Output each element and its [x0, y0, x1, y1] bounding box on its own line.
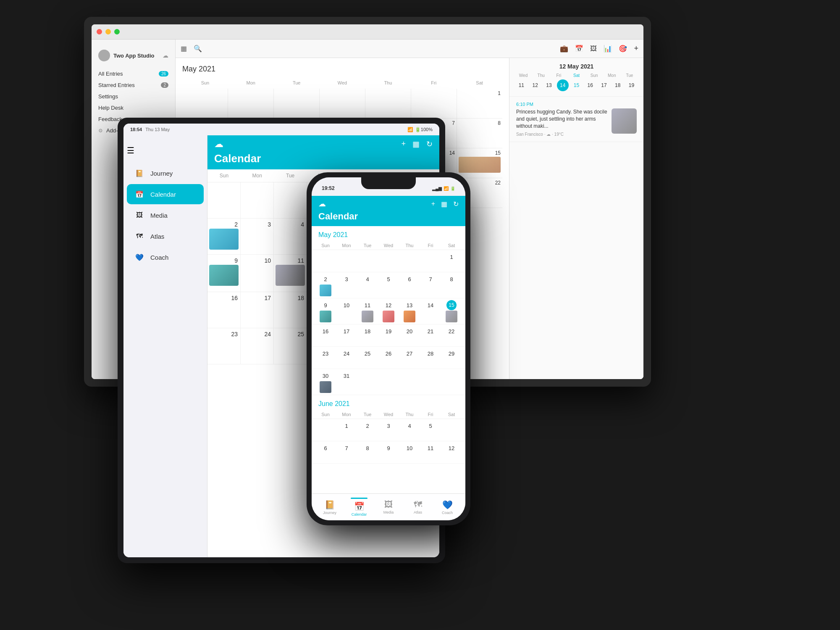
sidebar-item-helpdesk[interactable]: Help Desk: [92, 102, 175, 113]
ipad-cal-cell-16[interactable]: 16: [207, 292, 241, 328]
ipad-cal-cell-3[interactable]: 3: [241, 219, 274, 254]
tab-journey[interactable]: 📔 Journey: [315, 500, 344, 515]
iphone-cell[interactable]: [378, 250, 399, 272]
iphone-cell-empty[interactable]: [357, 369, 378, 395]
iphone-june-cell-11[interactable]: 11: [420, 441, 441, 463]
tab-atlas[interactable]: 🗺 Atlas: [403, 500, 433, 514]
iphone-june-cell-8[interactable]: 8: [357, 441, 378, 463]
iphone-cell[interactable]: [357, 250, 378, 272]
iphone-june-cell-12[interactable]: 12: [441, 441, 462, 463]
cal-cell-1[interactable]: 1: [457, 89, 502, 118]
cal-cell-15[interactable]: 15: [457, 148, 502, 178]
iphone-june-cell-1[interactable]: 1: [336, 419, 357, 441]
cal-cell[interactable]: [228, 89, 274, 118]
ipad-cal-cell-17[interactable]: 17: [241, 292, 274, 328]
iphone-grid-icon[interactable]: ▦: [441, 200, 447, 208]
iphone-june-cell-5[interactable]: 5: [420, 419, 441, 441]
ipad-sidebar-item-atlas[interactable]: 🗺 Atlas: [127, 226, 204, 246]
iphone-june-cell-empty[interactable]: [441, 419, 462, 441]
iphone-cell[interactable]: [420, 250, 441, 272]
grid-icon[interactable]: ▦: [412, 140, 420, 149]
ipad-cal-cell-4[interactable]: 4: [274, 219, 307, 254]
sidebar-item-starred[interactable]: Starred Entries 2: [92, 79, 175, 91]
ipad-cal-cell-25[interactable]: 25: [274, 328, 307, 364]
iphone-june-cell-3[interactable]: 3: [378, 419, 399, 441]
ipad-sidebar-item-media[interactable]: 🖼 Media: [127, 205, 204, 225]
fullscreen-button[interactable]: [114, 29, 120, 34]
iphone-cell-empty[interactable]: [378, 369, 399, 395]
ipad-cal-cell[interactable]: [207, 182, 241, 218]
chart-icon[interactable]: 📊: [604, 45, 612, 53]
ipad-cal-cell-10[interactable]: 10: [241, 255, 274, 292]
iphone-cell-6[interactable]: 6: [399, 272, 420, 298]
calendar-icon[interactable]: 📅: [575, 45, 583, 53]
iphone-cell-3[interactable]: 3: [336, 272, 357, 298]
iphone-cell-28[interactable]: 28: [420, 347, 441, 369]
iphone-cell-9[interactable]: 9: [315, 298, 336, 324]
cal-cell[interactable]: [182, 89, 228, 118]
cal-cell[interactable]: [320, 89, 365, 118]
iphone-cell-20[interactable]: 20: [399, 324, 420, 346]
mini-date[interactable]: 19: [626, 79, 638, 91]
iphone-cell-empty[interactable]: [441, 369, 462, 395]
cal-cell-8[interactable]: 8: [457, 119, 502, 148]
iphone-cell-24[interactable]: 24: [336, 347, 357, 369]
iphone-cell-27[interactable]: 27: [399, 347, 420, 369]
iphone-cell-22[interactable]: 22: [441, 324, 462, 346]
mini-date[interactable]: 16: [584, 79, 596, 91]
ipad-cal-cell-18[interactable]: 18: [274, 292, 307, 328]
iphone-june-cell-9[interactable]: 9: [378, 441, 399, 463]
iphone-cell-25[interactable]: 25: [357, 347, 378, 369]
cal-cell[interactable]: [411, 89, 457, 118]
ipad-cal-cell-2[interactable]: 2: [207, 219, 241, 254]
sidebar-item-all-entries[interactable]: All Entries 26: [92, 68, 175, 79]
sidebar-menu-icon[interactable]: ☰: [127, 145, 134, 156]
iphone-cell-5[interactable]: 5: [378, 272, 399, 298]
media-icon[interactable]: 🖼: [590, 45, 597, 53]
target-icon[interactable]: 🎯: [619, 45, 627, 53]
iphone-sync-icon[interactable]: ↻: [453, 200, 459, 208]
cal-cell[interactable]: [274, 89, 320, 118]
iphone-cell-15[interactable]: 15: [441, 298, 462, 324]
iphone-cell-29[interactable]: 29: [441, 347, 462, 369]
mini-date[interactable]: 13: [543, 79, 555, 91]
tab-coach[interactable]: 💙 Coach: [433, 500, 462, 515]
iphone-cell-16[interactable]: 16: [315, 324, 336, 346]
cal-cell[interactable]: [365, 89, 411, 118]
iphone-cell-empty[interactable]: [399, 369, 420, 395]
ipad-cal-cell[interactable]: [274, 182, 307, 218]
sidebar-item-settings[interactable]: Settings: [92, 91, 175, 102]
ipad-cal-cell[interactable]: [241, 182, 274, 218]
iphone-june-cell-6[interactable]: 6: [315, 441, 336, 463]
iphone-cell-7[interactable]: 7: [420, 272, 441, 298]
mini-date[interactable]: 18: [612, 79, 624, 91]
mini-date[interactable]: 17: [598, 79, 610, 91]
mini-date[interactable]: 15: [570, 79, 582, 91]
mini-date[interactable]: 12: [529, 79, 541, 91]
iphone-june-cell-2[interactable]: 2: [357, 419, 378, 441]
search-icon[interactable]: 🔍: [194, 45, 202, 53]
ipad-cal-cell-11[interactable]: 11: [274, 255, 307, 292]
iphone-cell-13[interactable]: 13: [399, 298, 420, 324]
iphone-cell-19[interactable]: 19: [378, 324, 399, 346]
iphone-cell-1[interactable]: 1: [441, 250, 462, 272]
sidebar-toggle-icon[interactable]: ▦: [181, 45, 187, 53]
iphone-cell[interactable]: [315, 250, 336, 272]
add-icon[interactable]: +: [401, 140, 406, 149]
close-button[interactable]: [97, 29, 102, 34]
ipad-cal-cell-23[interactable]: 23: [207, 328, 241, 364]
tab-media[interactable]: 🖼 Media: [374, 500, 403, 514]
iphone-june-cell-10[interactable]: 10: [399, 441, 420, 463]
iphone-cell-18[interactable]: 18: [357, 324, 378, 346]
briefcase-icon[interactable]: 💼: [560, 45, 568, 53]
add-entry-icon[interactable]: +: [634, 44, 638, 53]
mini-date-today[interactable]: 14: [557, 79, 569, 91]
iphone-june-cell-4[interactable]: 4: [399, 419, 420, 441]
mini-date[interactable]: 11: [515, 79, 527, 91]
iphone-cell-26[interactable]: 26: [378, 347, 399, 369]
iphone-cell-12[interactable]: 12: [378, 298, 399, 324]
iphone-cell-4[interactable]: 4: [357, 272, 378, 298]
iphone-cell-14[interactable]: 14: [420, 298, 441, 324]
ipad-cal-cell-9[interactable]: 9: [207, 255, 241, 292]
tab-calendar[interactable]: 📅 Calendar: [344, 498, 374, 517]
